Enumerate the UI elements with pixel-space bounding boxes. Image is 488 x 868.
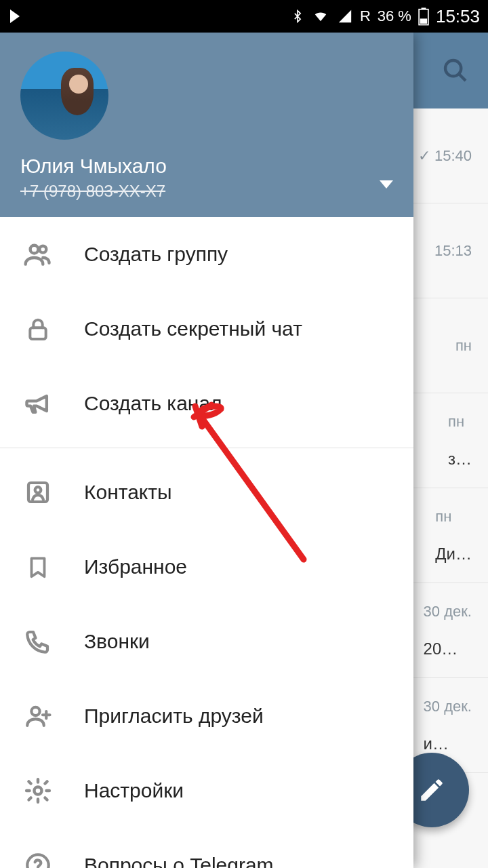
- menu-settings[interactable]: Настройки: [0, 753, 413, 828]
- lock-icon: [24, 314, 52, 344]
- status-bar: R 36 % 15:53: [0, 0, 488, 33]
- bookmark-icon: [25, 552, 51, 582]
- user-avatar[interactable]: [20, 52, 108, 140]
- menu-label: Создать секретный чат: [84, 317, 302, 340]
- svg-point-5: [39, 246, 46, 253]
- svg-point-4: [30, 245, 39, 254]
- navigation-drawer: Юлия Чмыхало +7 (978) 803-ХХ-Х7 Создать …: [0, 33, 413, 868]
- play-store-icon: [8, 8, 24, 24]
- menu-calls[interactable]: Звонки: [0, 604, 413, 679]
- menu-label: Вопросы о Telegram: [84, 854, 274, 868]
- menu-label: Избранное: [84, 555, 187, 578]
- megaphone-icon: [23, 389, 53, 418]
- group-icon: [23, 239, 53, 269]
- menu-invite[interactable]: Пригласить друзей: [0, 679, 413, 753]
- menu-label: Контакты: [84, 481, 172, 504]
- menu-label: Настройки: [84, 779, 184, 802]
- svg-rect-1: [421, 7, 426, 9]
- drawer-header[interactable]: Юлия Чмыхало +7 (978) 803-ХХ-Х7: [0, 33, 413, 217]
- pencil-icon: [418, 776, 446, 804]
- menu-label: Создать группу: [84, 243, 228, 266]
- bluetooth-icon: [291, 7, 304, 25]
- svg-rect-2: [420, 18, 427, 23]
- menu-help[interactable]: Вопросы о Telegram: [0, 828, 413, 868]
- svg-point-9: [31, 707, 39, 715]
- drawer-menu: Создать группу Создать секретный чат Соз…: [0, 217, 413, 868]
- roaming-indicator: R: [360, 7, 371, 25]
- menu-create-group[interactable]: Создать группу: [0, 217, 413, 292]
- battery-percent: 36 %: [378, 7, 411, 25]
- battery-icon: [418, 7, 429, 26]
- svg-point-10: [35, 787, 42, 795]
- menu-label: Пригласить друзей: [84, 705, 264, 728]
- svg-point-3: [445, 60, 461, 76]
- contact-icon: [24, 478, 52, 507]
- phone-icon: [24, 627, 52, 656]
- user-name: Юлия Чмыхало: [20, 155, 393, 178]
- user-phone: +7 (978) 803-ХХ-Х7: [20, 182, 393, 201]
- menu-divider: [0, 448, 413, 448]
- svg-rect-6: [30, 328, 45, 339]
- menu-create-channel[interactable]: Создать канал: [0, 366, 413, 441]
- chevron-down-icon[interactable]: [380, 180, 393, 189]
- search-icon[interactable]: [442, 57, 469, 84]
- clock: 15:53: [436, 6, 480, 27]
- menu-create-secret-chat[interactable]: Создать секретный чат: [0, 292, 413, 366]
- help-icon: [24, 851, 52, 868]
- menu-label: Звонки: [84, 630, 150, 653]
- wifi-icon: [311, 9, 330, 24]
- signal-icon: [337, 9, 353, 24]
- menu-contacts[interactable]: Контакты: [0, 455, 413, 530]
- menu-label: Создать канал: [84, 392, 222, 415]
- menu-saved[interactable]: Избранное: [0, 530, 413, 604]
- svg-point-8: [35, 487, 41, 493]
- gear-icon: [23, 776, 53, 806]
- add-user-icon: [23, 702, 53, 730]
